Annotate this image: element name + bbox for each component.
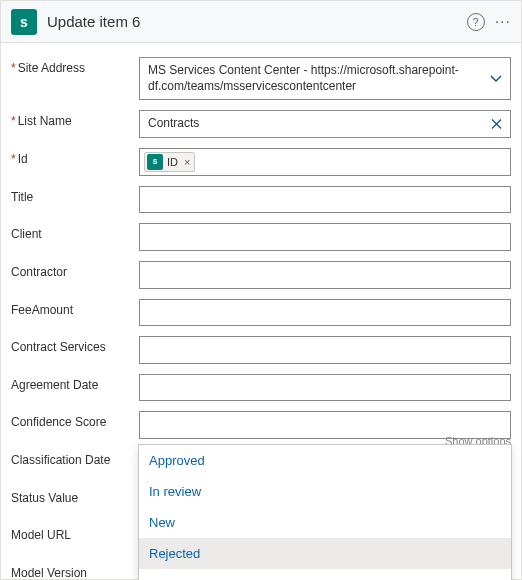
label-confidence-score: Confidence Score <box>11 411 139 431</box>
label-id: Id <box>11 148 139 168</box>
label-title: Title <box>11 186 139 206</box>
sharepoint-app-icon: s <box>11 9 37 35</box>
token-text: ID <box>167 155 178 169</box>
label-model-url: Model URL <box>11 524 139 544</box>
list-name-select[interactable]: Contracts <box>139 110 511 138</box>
chevron-down-icon[interactable] <box>489 72 503 86</box>
dropdown-option-rejected[interactable]: Rejected <box>139 538 511 569</box>
more-actions-icon[interactable]: ··· <box>495 15 511 29</box>
row-title: Title <box>11 186 511 214</box>
label-list-name: List Name <box>11 110 139 130</box>
clear-icon[interactable] <box>490 117 503 130</box>
row-agreement-date: Agreement Date <box>11 374 511 402</box>
card-header: s Update item 6 ? ··· <box>1 1 521 43</box>
dropdown-option-custom[interactable]: Enter custom value <box>139 569 511 580</box>
client-input[interactable] <box>139 223 511 251</box>
label-classification-date: Classification Date <box>11 449 139 469</box>
row-confidence-score: Confidence Score <box>11 411 511 439</box>
label-client: Client <box>11 223 139 243</box>
label-site-address: Site Address <box>11 57 139 77</box>
id-input[interactable]: s ID × <box>139 148 511 176</box>
contractor-input[interactable] <box>139 261 511 289</box>
dropdown-option-new[interactable]: New <box>139 507 511 538</box>
contract-services-input[interactable] <box>139 336 511 364</box>
agreement-date-input[interactable] <box>139 374 511 402</box>
row-list-name: List Name Contracts <box>11 110 511 138</box>
status-value-dropdown[interactable]: Approved In review New Rejected Enter cu… <box>138 444 512 580</box>
row-fee-amount: FeeAmount <box>11 299 511 327</box>
row-contractor: Contractor <box>11 261 511 289</box>
help-icon[interactable]: ? <box>467 13 485 31</box>
label-contract-services: Contract Services <box>11 336 139 356</box>
sharepoint-token-icon: s <box>147 154 163 170</box>
card-title: Update item 6 <box>47 13 467 30</box>
row-client: Client <box>11 223 511 251</box>
label-model-version: Model Version <box>11 562 139 580</box>
row-id: Id s ID × <box>11 148 511 176</box>
label-agreement-date: Agreement Date <box>11 374 139 394</box>
row-site-address: Site Address MS Services Content Center … <box>11 57 511 100</box>
label-contractor: Contractor <box>11 261 139 281</box>
dropdown-option-approved[interactable]: Approved <box>139 445 511 476</box>
dropdown-option-in-review[interactable]: In review <box>139 476 511 507</box>
title-input[interactable] <box>139 186 511 214</box>
row-contract-services: Contract Services <box>11 336 511 364</box>
dynamic-content-token[interactable]: s ID × <box>144 152 195 172</box>
label-fee-amount: FeeAmount <box>11 299 139 319</box>
token-remove-icon[interactable]: × <box>182 155 190 169</box>
label-status-value: Status Value <box>11 487 139 507</box>
fee-amount-input[interactable] <box>139 299 511 327</box>
site-address-select[interactable]: MS Services Content Center - https://mic… <box>139 57 511 100</box>
